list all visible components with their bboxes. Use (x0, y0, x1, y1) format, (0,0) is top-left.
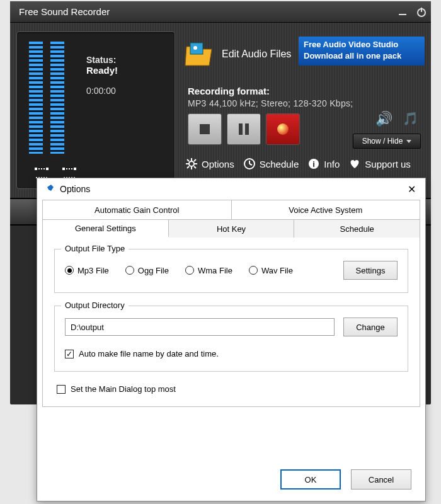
pause-button[interactable] (227, 113, 261, 145)
svg-line-12 (194, 166, 196, 168)
output-filetype-group: Output File Type Mp3 File Ogg File Wma F… (54, 249, 408, 293)
app-title: Free Sound Recorder (19, 6, 110, 17)
svg-rect-0 (399, 14, 406, 15)
options-link[interactable]: Options (185, 158, 234, 170)
output-directory-legend: Output Directory (61, 301, 129, 310)
music-note-icon[interactable]: 🎵 (403, 111, 418, 126)
titlebar: Free Sound Recorder (10, 1, 431, 23)
dialog-titlebar: Options ✕ (37, 178, 425, 200)
recording-format-label: Recording format: (188, 86, 270, 96)
tab-schedule[interactable]: Schedule (294, 220, 420, 238)
marker-button-1[interactable] (36, 168, 47, 178)
auto-name-label: Auto make file name by date and time. (79, 349, 219, 358)
main-body: Status: Ready! 0:00:00 Edit Audio Files … (10, 23, 431, 198)
folder-icon (184, 40, 214, 68)
cancel-button[interactable]: Cancel (351, 469, 411, 490)
topmost-checkbox[interactable]: Set the Main Dialog top most (57, 384, 408, 394)
dialog-icon (43, 183, 55, 195)
clock-icon (243, 158, 256, 170)
info-link[interactable]: i Info (307, 158, 340, 170)
show-hide-dropdown[interactable]: Show / Hide (353, 134, 421, 149)
checkbox-icon: ✓ (65, 350, 74, 358)
status-label: Status: (86, 55, 118, 65)
record-button[interactable] (266, 113, 300, 145)
tabs-outer: Automatic Gain Control Voice Active Syst… (42, 200, 420, 220)
gear-icon (185, 158, 198, 170)
radio-wma[interactable]: Wma File (185, 266, 232, 275)
tab-auto-gain[interactable]: Automatic Gain Control (43, 200, 232, 219)
schedule-link-label: Schedule (260, 159, 299, 169)
level-meter-panel: Status: Ready! 0:00:00 (16, 32, 175, 189)
ok-button[interactable]: OK (280, 469, 341, 490)
level-bar-right (50, 41, 65, 154)
svg-line-14 (194, 159, 196, 161)
radio-mp3[interactable]: Mp3 File (65, 266, 109, 275)
schedule-link[interactable]: Schedule (243, 158, 299, 170)
output-filetype-legend: Output File Type (61, 244, 129, 253)
recording-format-value: MP3 44,100 kHz; Stereo; 128-320 Kbps; (188, 98, 353, 108)
svg-rect-2 (421, 8, 422, 12)
info-icon: i (307, 158, 320, 170)
radio-ogg[interactable]: Ogg File (125, 266, 169, 275)
radio-wma-label: Wma File (198, 266, 232, 275)
level-bars (28, 41, 72, 156)
speaker-icon[interactable]: 🔊 (375, 111, 392, 127)
tab-panel-general: Output File Type Mp3 File Ogg File Wma F… (43, 238, 420, 406)
support-link[interactable]: Support us (348, 158, 411, 170)
tab-hotkey[interactable]: Hot Key (169, 220, 295, 238)
dialog-title: Options (60, 184, 90, 194)
heart-icon (348, 158, 361, 170)
info-link-label: Info (324, 159, 340, 169)
level-bar-left (28, 41, 43, 154)
svg-text:i: i (312, 159, 315, 169)
tab-general[interactable]: General Settings (43, 220, 169, 238)
pause-icon (239, 123, 249, 135)
svg-line-13 (187, 166, 189, 168)
close-icon: ✕ (408, 183, 416, 195)
filetype-settings-button[interactable]: Settings (343, 261, 398, 280)
promo-line2: Download all in one pack (304, 50, 420, 62)
minimize-button[interactable] (393, 3, 412, 21)
chevron-down-icon (406, 140, 411, 143)
svg-line-11 (187, 159, 189, 161)
checkbox-icon (57, 385, 66, 394)
radio-ogg-label: Ogg File (138, 266, 169, 275)
tabs-inner: General Settings Hot Key Schedule Output… (42, 220, 420, 407)
auto-name-checkbox[interactable]: ✓ Auto make file name by date and time. (65, 349, 398, 358)
change-directory-button[interactable]: Change (343, 318, 398, 336)
svg-point-6 (189, 161, 194, 166)
status-time: 0:00:00 (86, 86, 118, 96)
stop-icon (200, 124, 210, 134)
dialog-close-button[interactable]: ✕ (404, 181, 419, 197)
radio-mp3-label: Mp3 File (77, 266, 109, 275)
edit-audio-label: Edit Audio Files (222, 49, 291, 60)
topmost-label: Set the Main Dialog top most (71, 384, 176, 394)
marker-button-2[interactable] (64, 168, 75, 178)
stop-button[interactable] (188, 113, 222, 145)
promo-line1: Free Audio Video Studio (304, 39, 420, 50)
output-directory-group: Output Directory Change ✓ Auto make file… (54, 306, 408, 372)
svg-point-5 (193, 46, 197, 50)
output-directory-input[interactable] (65, 318, 335, 336)
power-button[interactable] (412, 3, 431, 21)
status-value: Ready! (86, 65, 118, 76)
radio-wav[interactable]: Wav File (249, 266, 293, 275)
radio-wav-label: Wav File (261, 266, 293, 275)
support-link-label: Support us (365, 159, 411, 169)
svg-line-17 (249, 164, 252, 165)
options-link-label: Options (202, 159, 234, 169)
edit-audio-link[interactable]: Edit Audio Files (184, 40, 291, 68)
show-hide-label: Show / Hide (362, 137, 403, 146)
promo-banner[interactable]: Free Audio Video Studio Download all in … (299, 37, 425, 66)
tab-voice-active[interactable]: Voice Active System (232, 200, 420, 219)
record-icon (277, 123, 289, 135)
options-dialog: Options ✕ Automatic Gain Control Voice A… (37, 178, 426, 501)
